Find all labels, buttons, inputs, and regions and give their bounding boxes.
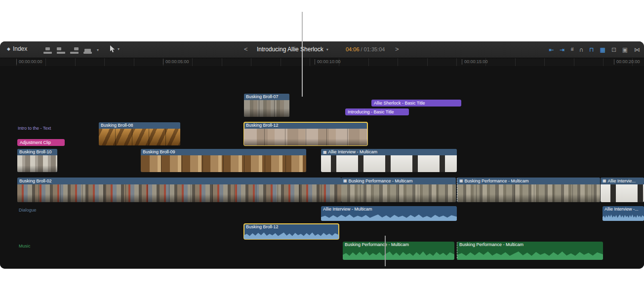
timeline-toggles-group: ⇤ ⇥ ılıl ∩ ⊓ ▦ ⊡ xyxy=(549,45,616,54)
clip-busking-broll-12-video-selected[interactable]: Busking Broll-12 xyxy=(244,122,367,145)
timeline-ruler[interactable]: 00:00:00:00 00:00:05:00 00:00:10:00 00:0… xyxy=(0,58,644,67)
clip-busking-performance-multicam-2[interactable]: ▦ Busking Performance - Multicam xyxy=(457,178,600,202)
clip-busking-performance-music-2[interactable]: Busking Performance - Multicam xyxy=(457,242,603,260)
timecode-total: 01:35:04 xyxy=(364,46,385,52)
clip-busking-broll-07[interactable]: Busking Broll-07 xyxy=(244,94,289,117)
clip-label: Busking Broll-07 xyxy=(246,94,279,100)
edit-tools-group: ▾ xyxy=(43,46,99,54)
clip-busking-broll-09[interactable]: Busking Broll-09 xyxy=(141,149,306,172)
clip-label: Busking Performance - Multicam xyxy=(457,242,603,248)
multicam-icon: ▦ xyxy=(603,179,606,183)
tool-chevron-icon: ▾ xyxy=(118,47,120,51)
clip-allie-sherlock-basic-title[interactable]: Allie Sherlock - Basic Title xyxy=(371,100,461,107)
clip-label: Busking Broll-12 xyxy=(244,224,339,230)
next-project-button[interactable]: > xyxy=(395,45,399,53)
solo-icon[interactable]: ∩ xyxy=(579,47,583,53)
clip-label: Busking Broll-08 xyxy=(101,122,133,129)
ruler-tick: 00:00:00:00 xyxy=(16,59,42,65)
ruler-tick: 00:00:20:00 xyxy=(614,59,640,65)
trim-start-icon[interactable]: ⇤ xyxy=(549,47,554,53)
clip-label: Introducing - Basic Title xyxy=(348,109,394,114)
clip-thumbnails xyxy=(321,155,457,172)
audio-waveform xyxy=(244,230,339,239)
insert-edit-icon[interactable] xyxy=(57,47,65,54)
timeline-tracks-area: Busking Broll-07 Allie Sherlock - Basic … xyxy=(0,66,644,269)
clip-allie-interview-audio-right[interactable]: Allie Interview -... xyxy=(603,206,644,221)
clip-label: Busking Performance - Multicam xyxy=(465,178,529,184)
clip-appearance-icon[interactable]: ⊡ xyxy=(611,47,616,53)
music-lane-label: Music xyxy=(19,244,31,249)
clip-allie-interview-multicam-video[interactable]: ▦ Allie Interview - Multicam xyxy=(321,149,457,172)
ruler-tick: 00:00:10:00 xyxy=(315,59,341,65)
audio-waveform xyxy=(321,212,457,221)
ruler-tick: 00:00:15:00 xyxy=(462,59,488,65)
transitions-browser-icon[interactable]: ⋈ xyxy=(634,47,640,53)
clip-thumbnails xyxy=(244,129,367,145)
clip-thumbnails xyxy=(17,155,57,172)
dialogue-lane-label: Dialogue xyxy=(19,208,37,213)
timecode-current: 04:06 xyxy=(346,46,360,52)
trim-end-icon[interactable]: ⇥ xyxy=(560,47,564,53)
callout-line-bottom xyxy=(385,236,386,266)
audio-waveform xyxy=(457,248,603,260)
audio-skimming-icon[interactable]: ılıl xyxy=(570,47,573,52)
clip-label: Allie Interview -... xyxy=(603,206,644,213)
clip-allie-interview-audio[interactable]: Allie Interview - Multicam xyxy=(321,206,457,221)
ruler-tick: 00:00:05:00 xyxy=(163,59,189,65)
clip-label: Adjustment Clip xyxy=(20,140,51,145)
clip-label: Busking Broll-12 xyxy=(246,122,279,129)
clip-adjustment[interactable]: Adjustment Clip xyxy=(17,139,65,146)
clip-label: Allie Sherlock - Basic Title xyxy=(374,101,425,106)
clip-busking-broll-08[interactable]: Busking Broll-08 xyxy=(99,122,180,145)
clip-intro-to-the-text-label[interactable]: Intro to the - Text xyxy=(18,126,51,131)
audio-waveform xyxy=(343,248,454,260)
timecode-display[interactable]: 04:06/01:35:04 xyxy=(346,46,385,52)
clip-label: Busking Performance - Multicam xyxy=(343,242,454,248)
project-title-chevron-icon: ▾ xyxy=(326,48,328,52)
multicam-icon: ▦ xyxy=(343,179,347,183)
connect-edit-icon[interactable] xyxy=(43,47,52,54)
clip-label: Busking Broll-09 xyxy=(143,149,175,155)
index-button[interactable]: ◆ Index xyxy=(7,45,27,52)
edit-options-chevron-icon[interactable]: ▾ xyxy=(97,48,99,52)
clip-thumbnails xyxy=(244,100,289,117)
timeline-toolbar: ◆ Index ▾ ▾ < Introducing Allie Sherlock… xyxy=(0,41,644,58)
project-title-menu[interactable]: Introducing Allie Sherlock ▾ xyxy=(257,46,328,53)
clip-thumbnails xyxy=(601,184,644,202)
clip-thumbnails xyxy=(17,184,341,202)
clip-label: Busking Broll-02 xyxy=(19,178,52,184)
browser-buttons-group: ▣ ⋈ xyxy=(622,45,640,54)
clip-label: Busking Broll-10 xyxy=(19,149,52,155)
multicam-icon: ▦ xyxy=(459,179,463,183)
clip-thumbnails xyxy=(99,129,180,145)
clip-thumbnails xyxy=(141,155,306,172)
arrow-tool-icon xyxy=(110,45,115,53)
clip-label: Allie Interview - Multicam xyxy=(321,206,457,213)
clip-label: Allie Interview - Multicam xyxy=(328,149,378,155)
audio-waveform xyxy=(603,212,644,221)
angle-viewer-icon[interactable]: ▦ xyxy=(600,47,605,53)
index-label: Index xyxy=(13,45,27,52)
clip-allie-interview-main[interactable]: ▦ Allie Intervie... xyxy=(601,178,644,202)
media-browser-icon[interactable]: ▣ xyxy=(622,47,628,53)
callout-line-top xyxy=(302,12,303,97)
tool-select-button[interactable]: ▾ xyxy=(110,45,120,53)
clip-busking-performance-music-1[interactable]: Busking Performance - Multicam xyxy=(343,242,454,260)
clip-thumbnails xyxy=(457,184,600,202)
clip-introducing-basic-title[interactable]: Introducing - Basic Title xyxy=(345,108,409,115)
index-icon: ◆ xyxy=(7,46,10,51)
snapping-icon[interactable]: ⊓ xyxy=(589,47,594,53)
clip-label: Busking Performance - Multicam xyxy=(349,178,413,184)
clip-busking-broll-10[interactable]: Busking Broll-10 xyxy=(17,149,57,172)
fcp-timeline-window: ◆ Index ▾ ▾ < Introducing Allie Sherlock… xyxy=(0,41,644,269)
append-edit-icon[interactable] xyxy=(70,47,79,54)
overwrite-edit-icon[interactable] xyxy=(83,47,92,54)
clip-label: Allie Intervie... xyxy=(608,178,636,184)
multicam-icon: ▦ xyxy=(323,150,327,154)
project-title: Introducing Allie Sherlock xyxy=(257,46,323,53)
clip-busking-broll-02[interactable]: Busking Broll-02 xyxy=(17,178,341,202)
clip-busking-broll-12-audio-selected[interactable]: Busking Broll-12 xyxy=(244,224,339,239)
previous-project-button[interactable]: < xyxy=(244,45,248,53)
clip-busking-performance-multicam-1[interactable]: ▦ Busking Performance - Multicam xyxy=(341,178,456,202)
clip-thumbnails xyxy=(341,184,456,202)
